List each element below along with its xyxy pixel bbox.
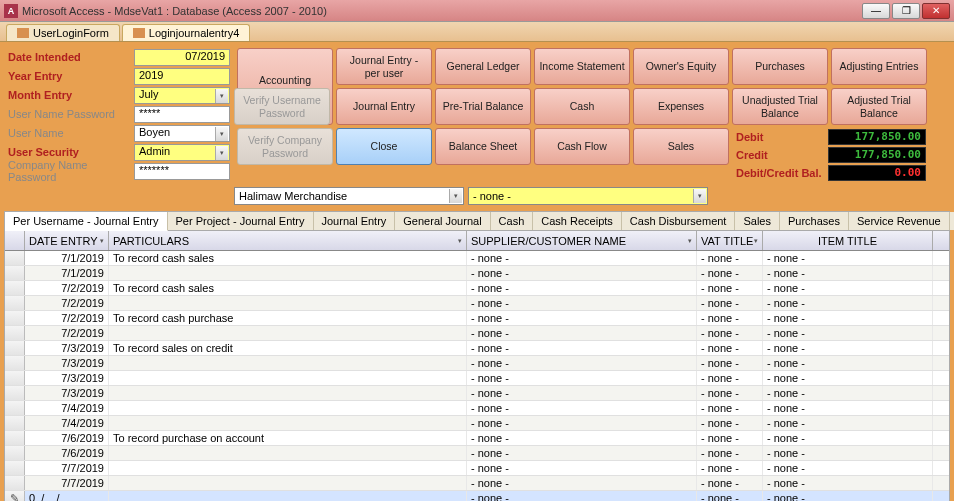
cell-particulars[interactable] bbox=[109, 266, 467, 280]
journal-entry-per-user-button[interactable]: Journal Entry - per user bbox=[336, 48, 432, 85]
table-row[interactable]: 7/6/2019- none -- none -- none - bbox=[5, 446, 949, 461]
cell-item[interactable]: - none - bbox=[763, 386, 933, 400]
cell-supplier[interactable]: - none - bbox=[467, 266, 697, 280]
cell-supplier[interactable]: - none - bbox=[467, 416, 697, 430]
cell-date[interactable]: 7/7/2019 bbox=[25, 476, 109, 490]
cell-particulars[interactable] bbox=[109, 476, 467, 490]
row-selector[interactable] bbox=[5, 311, 25, 325]
cell-particulars[interactable] bbox=[109, 446, 467, 460]
col-particulars[interactable]: PARTICULARS▾ bbox=[109, 231, 467, 250]
cell-vat[interactable]: - none - bbox=[697, 401, 763, 415]
purchases-button[interactable]: Purchases bbox=[732, 48, 828, 85]
cell-vat[interactable]: - none - bbox=[697, 386, 763, 400]
cell-supplier[interactable]: - none - bbox=[467, 386, 697, 400]
cell-date[interactable]: 7/6/2019 bbox=[25, 446, 109, 460]
tab-service-revenue[interactable]: Service Revenue bbox=[849, 212, 950, 230]
table-row[interactable]: 7/7/2019- none -- none -- none - bbox=[5, 461, 949, 476]
table-row-editing[interactable]: ✎0_/__/____- none -- none -- none - bbox=[5, 491, 949, 501]
row-selector[interactable] bbox=[5, 401, 25, 415]
cash-button[interactable]: Cash bbox=[534, 88, 630, 125]
verify-company-password-button[interactable]: Verify Company Password bbox=[237, 128, 333, 165]
row-selector[interactable] bbox=[5, 431, 25, 445]
owners-equity-button[interactable]: Owner's Equity bbox=[633, 48, 729, 85]
cell-item[interactable]: - none - bbox=[763, 311, 933, 325]
cell-date[interactable]: 7/1/2019 bbox=[25, 266, 109, 280]
chevron-down-icon[interactable]: ▾ bbox=[754, 237, 758, 245]
doc-tab-loginjournalentry[interactable]: Loginjournalentry4 bbox=[122, 24, 251, 41]
cell-date[interactable]: 7/4/2019 bbox=[25, 416, 109, 430]
cell-item[interactable]: - none - bbox=[763, 281, 933, 295]
chevron-down-icon[interactable]: ▾ bbox=[215, 146, 228, 160]
adjusting-entries-button[interactable]: Adjusting Entries bbox=[831, 48, 927, 85]
input-year-entry[interactable]: 2019 bbox=[134, 68, 230, 85]
cell-supplier[interactable]: - none - bbox=[467, 251, 697, 265]
cell-supplier[interactable]: - none - bbox=[467, 461, 697, 475]
chevron-down-icon[interactable]: ▾ bbox=[100, 237, 104, 245]
input-user-security[interactable]: Admin ▾ bbox=[134, 144, 230, 161]
close-window-button[interactable]: ✕ bbox=[922, 3, 950, 19]
cell-date[interactable]: 7/7/2019 bbox=[25, 461, 109, 475]
cell-date[interactable]: 7/2/2019 bbox=[25, 311, 109, 325]
cell-item[interactable]: - none - bbox=[763, 476, 933, 490]
table-row[interactable]: 7/4/2019- none -- none -- none - bbox=[5, 416, 949, 431]
cell-date[interactable]: 7/2/2019 bbox=[25, 296, 109, 310]
cell-item[interactable]: - none - bbox=[763, 356, 933, 370]
cell-date[interactable]: 7/3/2019 bbox=[25, 341, 109, 355]
row-selector[interactable] bbox=[5, 371, 25, 385]
cell-supplier[interactable]: - none - bbox=[467, 341, 697, 355]
cell-item[interactable]: - none - bbox=[763, 326, 933, 340]
cell-vat[interactable]: - none - bbox=[697, 326, 763, 340]
cell-item[interactable]: - none - bbox=[763, 401, 933, 415]
cell-vat[interactable]: - none - bbox=[697, 356, 763, 370]
cell-vat[interactable]: - none - bbox=[697, 491, 763, 501]
tab-general-journal[interactable]: General Journal bbox=[395, 212, 490, 230]
cell-supplier[interactable]: - none - bbox=[467, 491, 697, 501]
general-ledger-button[interactable]: General Ledger bbox=[435, 48, 531, 85]
row-selector[interactable] bbox=[5, 386, 25, 400]
tab-per-username-journal-entry[interactable]: Per Username - Journal Entry bbox=[5, 212, 168, 231]
chevron-down-icon[interactable]: ▾ bbox=[215, 127, 228, 141]
row-selector[interactable] bbox=[5, 296, 25, 310]
table-row[interactable]: 7/3/2019To record sales on credit- none … bbox=[5, 341, 949, 356]
cell-vat[interactable]: - none - bbox=[697, 296, 763, 310]
filter-combo[interactable]: - none - ▾ bbox=[468, 187, 708, 205]
input-company-password[interactable]: ******* bbox=[134, 163, 230, 180]
cell-vat[interactable]: - none - bbox=[697, 416, 763, 430]
cell-supplier[interactable]: - none - bbox=[467, 371, 697, 385]
income-statement-button[interactable]: Income Statement bbox=[534, 48, 630, 85]
cell-date[interactable]: 7/3/2019 bbox=[25, 356, 109, 370]
cell-particulars[interactable] bbox=[109, 401, 467, 415]
unadjusted-trial-balance-button[interactable]: Unadjusted Trial Balance bbox=[732, 88, 828, 125]
cell-particulars[interactable] bbox=[109, 356, 467, 370]
cell-vat[interactable]: - none - bbox=[697, 371, 763, 385]
cell-particulars[interactable] bbox=[109, 296, 467, 310]
cell-vat[interactable]: - none - bbox=[697, 311, 763, 325]
cell-vat[interactable]: - none - bbox=[697, 266, 763, 280]
doc-tab-userloginform[interactable]: UserLoginForm bbox=[6, 24, 120, 41]
tab-per-project-journal-entry[interactable]: Per Project - Journal Entry bbox=[168, 212, 314, 230]
expenses-button[interactable]: Expenses bbox=[633, 88, 729, 125]
cell-particulars[interactable]: To record cash purchase bbox=[109, 311, 467, 325]
cell-supplier[interactable]: - none - bbox=[467, 281, 697, 295]
cell-item[interactable]: - none - bbox=[763, 266, 933, 280]
cell-item[interactable]: - none - bbox=[763, 416, 933, 430]
row-selector[interactable] bbox=[5, 326, 25, 340]
cell-item[interactable]: - none - bbox=[763, 296, 933, 310]
cell-particulars[interactable]: To record cash sales bbox=[109, 281, 467, 295]
row-selector[interactable] bbox=[5, 476, 25, 490]
cell-particulars[interactable] bbox=[109, 386, 467, 400]
cell-particulars[interactable] bbox=[109, 371, 467, 385]
cell-vat[interactable]: - none - bbox=[697, 251, 763, 265]
cell-vat[interactable]: - none - bbox=[697, 446, 763, 460]
cell-particulars[interactable] bbox=[109, 416, 467, 430]
journal-entry-button[interactable]: Journal Entry bbox=[336, 88, 432, 125]
cell-date[interactable]: 7/3/2019 bbox=[25, 371, 109, 385]
cell-date[interactable]: 7/4/2019 bbox=[25, 401, 109, 415]
col-date-entry[interactable]: DATE ENTRY▾ bbox=[25, 231, 109, 250]
minimize-button[interactable]: — bbox=[862, 3, 890, 19]
input-month-entry[interactable]: July ▾ bbox=[134, 87, 230, 104]
table-row[interactable]: 7/1/2019- none -- none -- none - bbox=[5, 266, 949, 281]
chevron-down-icon[interactable]: ▾ bbox=[458, 237, 462, 245]
cell-item[interactable]: - none - bbox=[763, 371, 933, 385]
company-combo[interactable]: Halimaw Merchandise ▾ bbox=[234, 187, 464, 205]
